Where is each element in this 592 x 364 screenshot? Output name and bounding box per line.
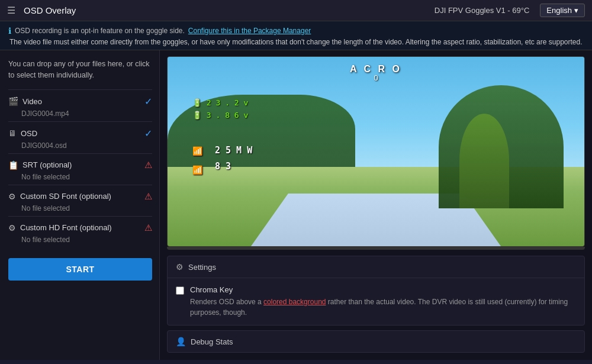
file-section-srt[interactable]: 📋 SRT (optional) ⚠ No file selected	[8, 153, 152, 185]
sd-font-label: Custom SD Font (optional)	[20, 192, 111, 201]
osd-label: OSD	[21, 129, 37, 138]
debug-section: 👤 Debug Stats	[167, 330, 585, 353]
info-icon: ℹ	[8, 26, 11, 36]
device-info: DJI FPV Goggles V1 - 69°C	[435, 6, 530, 15]
menu-icon[interactable]: ☰	[7, 5, 15, 16]
chroma-key-row: Chroma Key Renders OSD above a colored b…	[176, 285, 576, 318]
file-section-hd-font[interactable]: ⚙ Custom HD Font (optional) ⚠ No file se…	[8, 216, 152, 247]
chroma-key-desc: Renders OSD above a colored background r…	[190, 297, 576, 318]
debug-header[interactable]: 👤 Debug Stats	[168, 331, 584, 352]
video-label: Video	[22, 97, 42, 106]
main-layout: You can drop any of your files here, or …	[0, 50, 592, 360]
content-area: A C R O 0 🔋 2 3 . 2 v 🔋 3 . 8 6 v 📶 📶 2 …	[160, 50, 592, 360]
chroma-key-label: Chroma Key	[190, 285, 576, 294]
osd-filename: DJIG0004.osd	[8, 141, 152, 150]
language-selector[interactable]: English ▾	[540, 4, 585, 17]
srt-icon: 📋	[8, 160, 18, 170]
start-button[interactable]: START	[8, 258, 152, 281]
sidebar: You can drop any of your files here, or …	[0, 50, 160, 360]
info-banner: ℹ OSD recording is an opt-in feature on …	[0, 21, 592, 50]
settings-section: ⚙ Settings Chroma Key Renders OSD above …	[167, 256, 585, 326]
video-preview: A C R O 0 🔋 2 3 . 2 v 🔋 3 . 8 6 v 📶 📶 2 …	[167, 56, 585, 247]
sd-font-status-icon: ⚠	[144, 191, 152, 202]
info-text2: The video file must either come directly…	[8, 38, 584, 46]
video-palm	[459, 114, 509, 208]
debug-icon: 👤	[176, 337, 186, 346]
file-section-osd[interactable]: 🖥 OSD ✓ DJIG0004.osd	[8, 121, 152, 153]
file-section-video[interactable]: 🎬 Video ✓ DJIG0004.mp4	[8, 89, 152, 121]
sidebar-desc: You can drop any of your files here, or …	[8, 59, 152, 81]
osd-status-icon: ✓	[144, 128, 152, 139]
hd-font-label: Custom HD Font (optional)	[20, 223, 112, 232]
video-icon: 🎬	[8, 96, 18, 106]
hd-font-status-icon: ⚠	[144, 223, 152, 233]
chroma-key-checkbox[interactable]	[176, 286, 184, 295]
file-section-sd-font[interactable]: ⚙ Custom SD Font (optional) ⚠ No file se…	[8, 185, 152, 216]
srt-filename: No file selected	[8, 173, 152, 181]
settings-header[interactable]: ⚙ Settings	[168, 256, 584, 278]
hd-font-filename: No file selected	[8, 236, 152, 244]
settings-gear-icon: ⚙	[176, 262, 184, 272]
video-filename: DJIG0004.mp4	[8, 109, 152, 118]
sd-font-filename: No file selected	[8, 204, 152, 212]
app-title: OSD Overlay	[24, 5, 435, 15]
srt-status-icon: ⚠	[144, 160, 152, 170]
srt-label: SRT (optional)	[22, 160, 72, 169]
debug-label: Debug Stats	[191, 337, 233, 346]
package-manager-link[interactable]: Configure this in the Package Manager	[188, 27, 311, 35]
hd-font-icon: ⚙	[8, 223, 16, 233]
colored-background-link[interactable]: colored background	[263, 298, 326, 306]
settings-body: Chroma Key Renders OSD above a colored b…	[168, 278, 584, 325]
app-header: ☰ OSD Overlay DJI FPV Goggles V1 - 69°C …	[0, 0, 592, 21]
settings-label: Settings	[188, 263, 216, 272]
osd-icon: 🖥	[8, 128, 17, 138]
sd-font-icon: ⚙	[8, 192, 16, 201]
video-progress-bar[interactable]	[167, 247, 585, 250]
video-status-icon: ✓	[144, 96, 152, 107]
info-text1: OSD recording is an opt-in feature on th…	[15, 27, 185, 35]
